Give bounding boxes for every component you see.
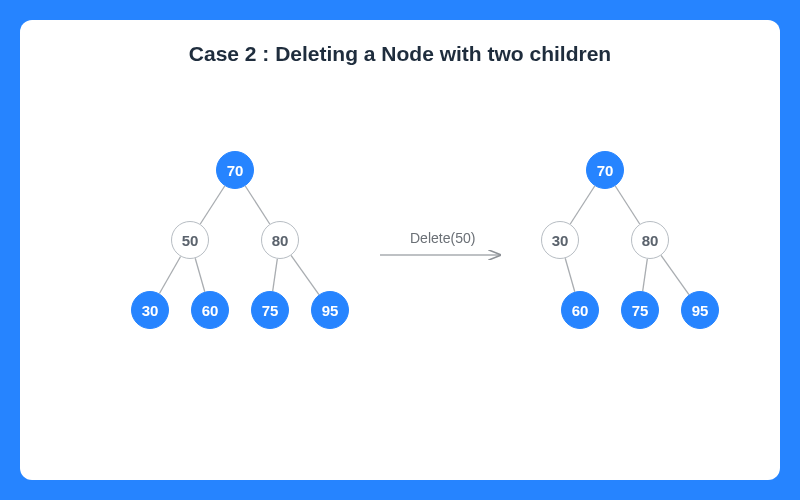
after-node-75: 75 [621,291,659,329]
after-node-70: 70 [586,151,624,189]
diagram-title: Case 2 : Deleting a Node with two childr… [20,20,780,66]
edges-layer [20,80,780,480]
tree-edge [291,255,319,294]
before-node-30: 30 [131,291,169,329]
before-node-80: 80 [261,221,299,259]
tree-edge [565,258,575,291]
after-node-80: 80 [631,221,669,259]
before-node-70: 70 [216,151,254,189]
after-node-60: 60 [561,291,599,329]
tree-edge [195,258,205,291]
after-node-95: 95 [681,291,719,329]
before-node-60: 60 [191,291,229,329]
tree-edge [643,259,648,291]
tree-edge [159,256,180,293]
before-node-50: 50 [171,221,209,259]
tree-edge [661,255,689,294]
diagram-card: Case 2 : Deleting a Node with two childr… [20,20,780,480]
tree-edge [273,259,278,291]
before-node-75: 75 [251,291,289,329]
after-node-30: 30 [541,221,579,259]
diagram-stage: 70508030607595703080607595 Delete(50) [20,80,780,480]
tree-edge [615,186,639,224]
tree-edge [245,186,269,224]
tree-edge [570,186,594,224]
operation-label: Delete(50) [410,230,475,246]
tree-edge [200,186,224,224]
before-node-95: 95 [311,291,349,329]
